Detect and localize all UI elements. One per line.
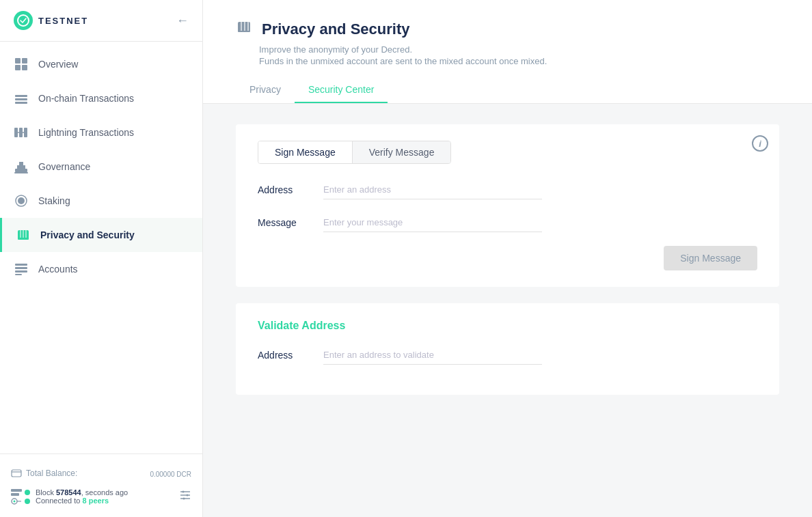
governance-icon (14, 159, 29, 174)
balance-value: 0.00000 DCR (150, 468, 191, 479)
svg-point-0 (18, 15, 29, 26)
balance-label: Total Balance: (11, 468, 77, 479)
sidebar-item-label: On-chain Transactions (38, 93, 134, 104)
privacy-icon (16, 227, 31, 242)
info-button[interactable]: i (752, 135, 768, 152)
sidebar-logo: TESTNET (14, 11, 88, 30)
status-left: Block 578544, seconds ago Connected to 8… (11, 488, 128, 505)
sidebar-header: TESTNET ← (0, 0, 202, 42)
svg-rect-1 (15, 58, 21, 64)
svg-rect-9 (19, 128, 23, 137)
message-row: Message (258, 213, 757, 232)
page-title-row: Privacy and Security (236, 19, 779, 39)
balance-row: Total Balance: 0.00000 DCR (11, 462, 191, 484)
svg-rect-28 (12, 470, 21, 477)
validate-address-row: Address (258, 346, 757, 365)
svg-rect-27 (15, 274, 22, 275)
svg-rect-26 (15, 270, 27, 273)
page-title: Privacy and Security (262, 20, 409, 38)
settings-icon[interactable] (179, 489, 191, 504)
back-button[interactable]: ← (176, 14, 189, 28)
svg-rect-25 (15, 267, 27, 269)
svg-rect-15 (19, 162, 23, 165)
sidebar-nav: Overview On-chain Transactions (0, 42, 202, 453)
svg-rect-10 (24, 128, 27, 137)
address-label: Address (258, 184, 312, 195)
sidebar-item-accounts[interactable]: Accounts (0, 252, 202, 286)
svg-rect-24 (15, 264, 27, 266)
svg-rect-8 (14, 128, 18, 137)
svg-rect-13 (15, 169, 27, 172)
svg-rect-4 (22, 65, 27, 70)
sign-message-card: i Sign Message Verify Message Address Me… (236, 124, 779, 287)
sidebar-item-lightning[interactable]: Lightning Transactions (0, 115, 202, 150)
logo-icon (14, 11, 33, 30)
svg-rect-2 (22, 58, 27, 64)
sub-tab-verify[interactable]: Verify Message (353, 141, 451, 163)
sidebar-item-overview[interactable]: Overview (0, 47, 202, 81)
staking-icon (14, 193, 29, 208)
logo-text: TESTNET (38, 16, 88, 26)
svg-point-40 (183, 498, 185, 500)
onchain-icon (14, 91, 29, 106)
sidebar-item-staking[interactable]: Staking (0, 184, 202, 218)
sidebar: TESTNET ← Overview (0, 0, 203, 517)
sync-status-dot (25, 490, 30, 495)
sidebar-item-label: Overview (38, 59, 78, 70)
svg-point-17 (18, 197, 25, 204)
address-row: Address (258, 180, 757, 199)
sidebar-item-privacy[interactable]: Privacy and Security (0, 218, 202, 252)
validate-address-label: Address (258, 350, 312, 361)
page-subtitle-1: Improve the anonymity of your Decred. (259, 44, 779, 55)
btn-row: Sign Message (258, 246, 757, 270)
sidebar-item-label: Governance (38, 161, 90, 172)
validate-address-title: Validate Address (258, 320, 757, 332)
sidebar-item-label: Staking (38, 195, 70, 206)
svg-rect-6 (15, 98, 27, 100)
page-content: i Sign Message Verify Message Address Me… (203, 104, 812, 517)
page-subtitle-2: Funds in the unmixed account are sent to… (259, 56, 779, 66)
sidebar-footer: Total Balance: 0.00000 DCR (0, 453, 202, 517)
sidebar-item-governance[interactable]: Governance (0, 150, 202, 184)
message-input[interactable] (323, 213, 542, 232)
sub-tab-sign[interactable]: Sign Message (258, 141, 353, 163)
validate-address-input[interactable] (323, 346, 542, 365)
status-row: Block 578544, seconds ago Connected to 8… (11, 484, 191, 509)
sidebar-item-label: Privacy and Security (40, 229, 135, 240)
svg-rect-5 (15, 95, 27, 97)
main-content: Privacy and Security Improve the anonymi… (203, 0, 812, 517)
accounts-icon (14, 262, 29, 277)
overview-icon (14, 57, 29, 72)
block-info: Block 578544, seconds ago (36, 488, 128, 497)
sign-sub-tabs: Sign Message Verify Message (258, 141, 451, 164)
tab-privacy[interactable]: Privacy (236, 77, 295, 103)
svg-point-33 (14, 500, 16, 502)
svg-rect-3 (15, 65, 21, 70)
svg-rect-7 (15, 102, 27, 104)
validate-address-card: Validate Address Address (236, 303, 779, 395)
address-input[interactable] (323, 180, 542, 199)
peers-info: Connected to 8 peers (36, 497, 128, 505)
sidebar-item-onchain[interactable]: On-chain Transactions (0, 81, 202, 115)
svg-rect-16 (14, 172, 28, 173)
svg-rect-30 (11, 489, 22, 492)
page-tabs: Privacy Security Center (236, 77, 779, 103)
svg-point-39 (187, 494, 189, 497)
sidebar-item-label: Lightning Transactions (38, 127, 134, 138)
svg-point-38 (182, 491, 185, 493)
peer-status-dot (25, 499, 30, 504)
message-label: Message (258, 217, 312, 228)
sign-message-button[interactable]: Sign Message (664, 246, 757, 270)
svg-rect-14 (17, 165, 25, 169)
tab-security[interactable]: Security Center (295, 77, 388, 103)
sidebar-item-label: Accounts (38, 264, 78, 275)
lightning-icon (14, 125, 29, 140)
svg-rect-31 (11, 493, 19, 496)
page-header: Privacy and Security Improve the anonymi… (203, 0, 812, 104)
page-header-icon (236, 19, 252, 39)
